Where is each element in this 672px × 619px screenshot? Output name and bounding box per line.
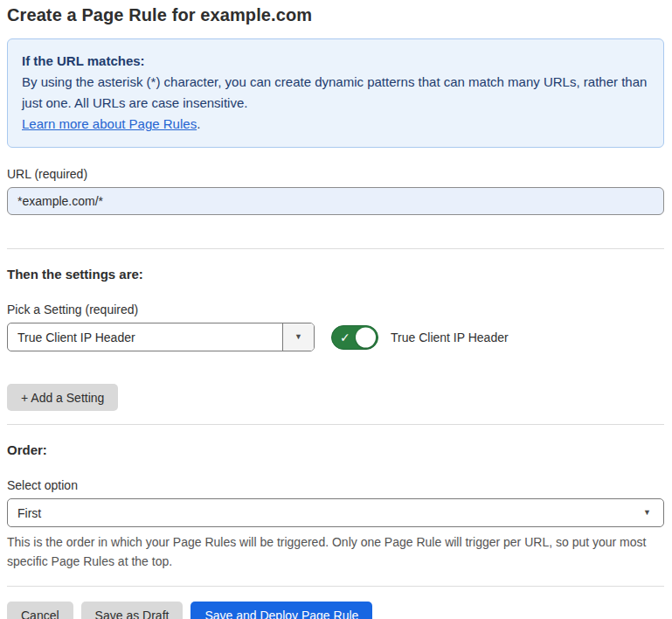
url-match-info-box: If the URL matches: By using the asteris… bbox=[7, 38, 664, 148]
add-setting-button[interactable]: + Add a Setting bbox=[7, 384, 118, 411]
url-input[interactable] bbox=[7, 187, 664, 215]
learn-more-link[interactable]: Learn more about Page Rules bbox=[22, 116, 197, 131]
info-link-line: Learn more about Page Rules. bbox=[22, 114, 649, 135]
info-box-body: By using the asterisk (*) character, you… bbox=[22, 72, 649, 114]
save-as-draft-button[interactable]: Save as Draft bbox=[81, 602, 184, 619]
toggle-label: True Client IP Header bbox=[391, 330, 509, 344]
link-period: . bbox=[197, 116, 200, 131]
true-client-ip-toggle[interactable]: ✓ bbox=[331, 325, 378, 350]
setting-select[interactable]: True Client IP Header ▼ bbox=[7, 323, 315, 351]
create-page-rule-form: Create a Page Rule for example.com If th… bbox=[0, 0, 672, 619]
order-select[interactable]: First ▼ bbox=[7, 498, 664, 527]
caret-down-icon: ▼ bbox=[643, 509, 651, 517]
order-help-text: This is the order in which your Page Rul… bbox=[7, 532, 664, 571]
order-select-value: First bbox=[17, 506, 41, 520]
toggle-knob bbox=[356, 327, 376, 347]
info-box-heading: If the URL matches: bbox=[22, 51, 649, 72]
order-select-label: Select option bbox=[7, 478, 664, 492]
setting-row: True Client IP Header ▼ ✓ True Client IP… bbox=[7, 323, 664, 351]
save-and-deploy-button[interactable]: Save and Deploy Page Rule bbox=[191, 602, 372, 619]
form-actions: Cancel Save as Draft Save and Deploy Pag… bbox=[7, 602, 664, 619]
check-icon: ✓ bbox=[340, 330, 350, 344]
cancel-button[interactable]: Cancel bbox=[7, 602, 73, 619]
order-section-heading: Order: bbox=[7, 442, 664, 457]
pick-setting-label: Pick a Setting (required) bbox=[7, 303, 664, 316]
settings-section-heading: Then the settings are: bbox=[7, 267, 664, 282]
page-title: Create a Page Rule for example.com bbox=[7, 3, 664, 25]
caret-down-icon: ▼ bbox=[294, 333, 302, 341]
divider bbox=[7, 424, 664, 425]
divider bbox=[7, 248, 664, 249]
divider bbox=[7, 586, 664, 587]
url-field-label: URL (required) bbox=[7, 167, 664, 181]
setting-select-value: True Client IP Header bbox=[8, 323, 282, 351]
setting-select-arrow-button[interactable]: ▼ bbox=[282, 323, 314, 351]
setting-toggle-wrap: ✓ True Client IP Header bbox=[331, 325, 509, 350]
